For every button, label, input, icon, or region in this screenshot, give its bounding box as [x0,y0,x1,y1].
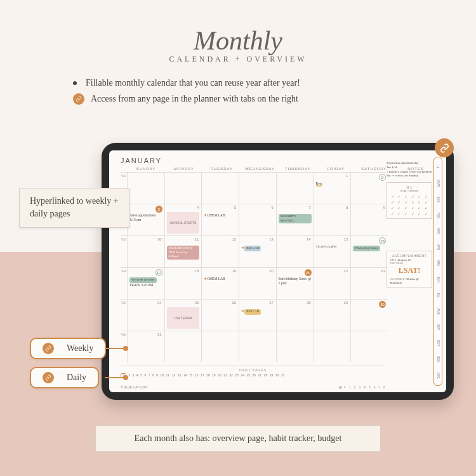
day-cell[interactable]: 28 [276,299,314,331]
daily-page-link[interactable]: 21 [223,373,227,378]
daily-page-link[interactable]: 14 [183,373,187,378]
daily-page-link[interactable]: 24 [241,373,244,378]
daily-page-link[interactable]: 17 [201,373,204,378]
daily-page-link[interactable]: 26 [253,373,256,378]
daily-page-link[interactable]: 28 [264,373,268,378]
month-tab[interactable]: YEAR [434,175,442,191]
day-cell[interactable]: 14 [276,235,314,267]
day-cell[interactable]: 31 [127,331,164,362]
month-tab[interactable]: FEB [434,208,442,223]
callout-hyperlinked: Hyperlinked to weekly + daily pages [19,188,130,228]
day-cell[interactable]: 29 [314,299,351,331]
day-cell[interactable]: 6 [239,204,276,235]
daily-page-link[interactable]: 13 [178,373,182,378]
daily-page-link[interactable]: 20 [218,373,221,378]
month-tab[interactable]: OCT [434,335,442,351]
acc-thing: LSAT! [390,266,429,275]
daily-page-link[interactable]: 31 [281,373,285,378]
day-cell[interactable] [201,172,239,204]
month-tab[interactable]: SEP [434,319,442,335]
daily-page-link[interactable]: 10 [161,373,164,378]
day-cell[interactable] [127,172,164,204]
day-cell[interactable]: 26 [201,299,239,331]
day-cell[interactable]: 10 [127,235,164,267]
day-cell[interactable]: 3Salon appointment 4:15 pm [127,204,164,235]
planner-footer: © BLUE CAT LOFT ▦ ⚬12345678 [121,385,385,389]
notes-text: 20 practice questions/day Jan 1-16 + pra… [387,161,432,178]
day-cell[interactable] [164,172,202,204]
day-cell[interactable]: 21Em's birthday Gusto @ 7 pm! [276,267,314,299]
daily-page-links[interactable]: 1234567891011121314151617181920212223242… [121,373,385,378]
daily-page-link[interactable]: 27 [258,373,262,378]
week-link[interactable]: W3 [121,235,127,267]
daily-page-link[interactable]: 4 [136,373,138,378]
day-cell[interactable]: 23 [350,267,388,299]
daily-page-link[interactable]: 25 [246,373,250,378]
day-cell[interactable]: 7SORORITY MEETING [276,204,314,235]
month-tab[interactable]: APR [434,239,442,255]
daily-page-link[interactable]: 12 [172,373,176,378]
callout-daily: Daily [30,367,99,388]
daily-page-link[interactable]: 22 [229,373,233,378]
month-tab[interactable]: JAN [434,191,442,207]
day-cell[interactable] [201,331,239,362]
month-tab[interactable]: AUG [434,303,442,319]
callout-daily-text: Daily [67,373,86,383]
month-tab[interactable]: MAY [434,255,442,271]
daily-page-link[interactable]: 8 [152,373,154,378]
day-cell[interactable]: 16Weekend @ home [350,235,388,267]
daily-page-link[interactable]: 3 [133,373,135,378]
day-cell[interactable]: 15TRAIN 5:14PM [314,235,351,267]
daily-page-link[interactable]: 7 [149,373,150,378]
daily-page-link[interactable]: 2 [128,373,130,378]
calendar-grid: W1 1Rent 2 W2 3Salon appointment 4:15 pm… [121,172,388,362]
daily-page-link[interactable]: 5 [140,373,142,378]
month-tab[interactable]: JUL [434,288,442,303]
day-cell[interactable]: 2 [350,172,388,204]
day-cell[interactable]: 5★CHEM LAB [201,204,239,235]
day-cell[interactable]: 24 [127,299,164,331]
daily-page-link[interactable]: 18 [206,373,210,378]
daily-page-link[interactable]: 30 [275,373,279,378]
day-cell[interactable]: 25LSAT EXAM [164,299,202,331]
day-cell[interactable]: 8 [314,204,351,235]
daily-page-link[interactable]: 11 [166,373,170,378]
day-cell[interactable]: 18 [164,267,202,299]
daily-page-link[interactable]: 29 [270,373,274,378]
day-cell[interactable]: 22 [314,267,351,299]
daily-page-link[interactable]: 9 [156,373,158,378]
week-link[interactable]: W4 [121,267,127,299]
day-cell[interactable] [239,172,276,204]
footer-pages[interactable]: ▦ ⚬12345678 [336,385,385,389]
day-cell[interactable] [276,172,314,204]
daily-page-link[interactable]: 23 [235,373,239,378]
day-cell[interactable] [239,331,276,362]
side-month-tabs[interactable]: ≡YEARJANFEBMARAPRMAYJUNJULAUGSEPOCTNOVDE… [433,157,442,386]
day-cell[interactable]: 20 [239,267,276,299]
day-cell[interactable] [276,331,314,362]
day-cell[interactable]: 12 [201,235,239,267]
month-tab[interactable]: DEC [434,367,442,383]
month-tab[interactable]: JUN [434,272,442,288]
day-cell[interactable]: 19★CHEM LAB [201,267,239,299]
daily-page-link[interactable]: 19 [212,373,216,378]
daily-page-link[interactable]: 6 [144,373,146,378]
day-cell[interactable] [350,331,388,362]
month-tab[interactable]: MAR [434,223,442,239]
day-cell[interactable]: 17Weekend @ homeTRAIN 3:45 PM [127,267,164,299]
day-cell[interactable]: 30 [350,299,388,331]
daily-page-link[interactable]: 15 [189,373,193,378]
day-cell[interactable]: 4SCHOOL STARTS [164,204,202,235]
day-cell[interactable]: 27★BIO LAB [239,299,276,331]
daily-page-link[interactable]: 16 [195,373,199,378]
month-tab[interactable]: NOV [434,352,442,367]
day-cell[interactable]: 11ENGLISH ESSAY DUE Email by 4:30pm! [164,235,202,267]
day-cell[interactable]: 9 [350,204,388,235]
day-cell[interactable] [314,331,351,362]
week-link[interactable]: W5 [121,299,127,331]
day-cell[interactable]: 1Rent [314,172,351,204]
day-cell[interactable] [164,331,202,362]
month-tab[interactable]: ≡ [434,159,442,175]
accomplishment-card: ACCOMPLISHMENT DATE January 25 THE THING… [387,251,432,288]
day-cell[interactable]: 13★BIO LAB [239,235,276,267]
